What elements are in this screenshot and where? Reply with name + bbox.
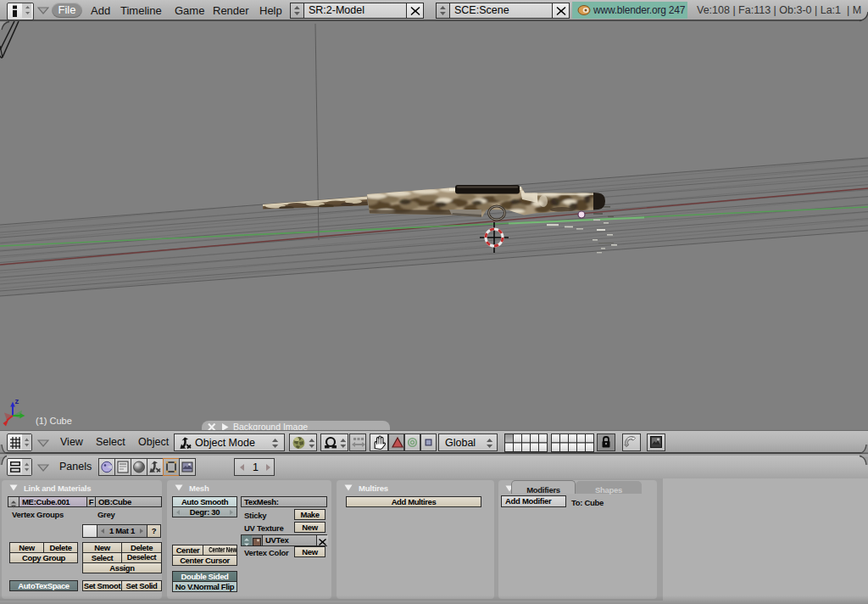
- svg-text:z: z: [15, 396, 19, 405]
